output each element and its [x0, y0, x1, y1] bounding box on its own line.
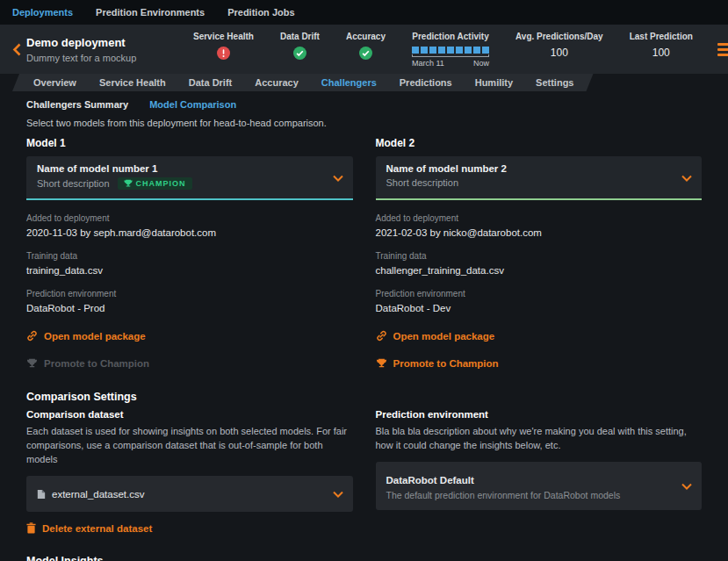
subtab-challengers-summary[interactable]: Challengers Summary: [26, 99, 128, 110]
model1-environment-value: DataRobot - Prod: [26, 303, 353, 313]
model2-added-value: 2021-02-03 by nicko@datarobot.com: [376, 227, 703, 238]
main-content: Select two models from this deployment f…: [0, 118, 728, 561]
stat-last-prediction: Last Prediction 100: [630, 32, 693, 59]
tab-settings[interactable]: Settings: [536, 74, 573, 91]
stat-avg-predictions: Avg. Predictions/Day 100: [515, 32, 603, 59]
delete-external-dataset-label: Delete external dataset: [42, 523, 152, 534]
comparison-settings-grid: Comparison dataset Each dataset is used …: [26, 409, 702, 534]
model1-promote-label: Promote to Champion: [44, 358, 149, 369]
tab-overview[interactable]: Overview: [33, 74, 76, 91]
comparison-dataset-select[interactable]: external_dataset.csv: [26, 476, 353, 512]
intro-text: Select two models from this deployment f…: [26, 118, 702, 128]
back-button[interactable]: [12, 43, 21, 56]
avg-predictions-value: 100: [515, 47, 603, 59]
trophy-icon: [26, 358, 38, 369]
activity-range-bracket: [412, 54, 489, 57]
model1-column: Model 1 Name of model number 1 Short des…: [26, 137, 353, 369]
avg-predictions-label: Avg. Predictions/Day: [515, 32, 603, 41]
deployment-title-block: Demo deployment Dummy text for a mockup: [26, 36, 193, 63]
tab-challengers[interactable]: Challengers: [321, 74, 377, 91]
comparison-settings-section: Comparison Settings Comparison dataset E…: [26, 391, 702, 534]
activity-bar: [447, 47, 454, 54]
comparison-dataset-heading: Comparison dataset: [26, 409, 353, 420]
nav-item-deployments[interactable]: Deployments: [12, 7, 73, 18]
model1-promote-link: Promote to Champion: [26, 358, 353, 369]
model2-heading: Model 2: [376, 137, 703, 149]
chevron-down-icon: [333, 491, 343, 498]
activity-bar: [421, 47, 428, 54]
last-prediction-label: Last Prediction: [630, 32, 693, 41]
service-health-label: Service Health: [193, 32, 254, 41]
tabstrip-row: Overview Service Health Data Drift Accur…: [0, 74, 728, 91]
accuracy-label: Accuracy: [346, 32, 386, 41]
model-insights-section: Model Insights Accuracy Lift Dual Lift P…: [26, 555, 702, 561]
champion-badge: CHAMPION: [118, 177, 192, 190]
chevron-down-icon: [681, 483, 692, 490]
nav-item-prediction-jobs[interactable]: Predition Jobs: [227, 7, 294, 18]
prediction-environment-description: Bla bla bla description about why we're …: [376, 424, 703, 452]
activity-bar: [412, 47, 419, 54]
check-circle-icon: [293, 47, 306, 60]
trash-icon: [26, 522, 36, 534]
nav-item-prediction-environments[interactable]: Predition Environments: [96, 7, 205, 18]
stat-service-health[interactable]: Service Health: [193, 32, 254, 63]
stat-prediction-activity[interactable]: Prediction Activity March 11 Now: [412, 32, 489, 68]
trophy-icon: [124, 179, 133, 188]
challengers-subtabs: Challengers Summary Model Comparison: [26, 99, 728, 110]
tab-accuracy[interactable]: Accuracy: [255, 74, 299, 91]
deployment-page: Deployments Predition Environments Predi…: [0, 0, 728, 561]
delete-external-dataset-link[interactable]: Delete external dataset: [26, 522, 353, 534]
link-icon: [26, 330, 38, 342]
model1-heading: Model 1: [26, 137, 353, 149]
prediction-environment-heading: Prediction environment: [376, 409, 703, 420]
model2-environment-value: DataRobot - Dev: [376, 303, 703, 313]
model2-training-value: challenger_training_data.csv: [376, 265, 703, 276]
activity-bar: [482, 47, 489, 54]
chevron-down-icon: [333, 175, 343, 182]
top-nav: Deployments Predition Environments Predi…: [0, 0, 728, 25]
deployment-tabs: Overview Service Health Data Drift Accur…: [12, 74, 594, 91]
stat-data-drift[interactable]: Data Drift: [280, 32, 320, 63]
model1-training-value: training_data.csv: [26, 265, 353, 276]
tab-data-drift[interactable]: Data Drift: [189, 74, 233, 91]
deployment-subtitle: Dummy text for a mockup: [26, 53, 193, 63]
champion-badge-label: CHAMPION: [136, 179, 186, 188]
link-icon: [376, 330, 387, 342]
prediction-activity-chart: [412, 47, 489, 54]
model1-added-label: Added to deployment: [26, 213, 353, 223]
activity-bar: [456, 47, 463, 54]
activity-bar: [465, 47, 472, 54]
model2-added-label: Added to deployment: [376, 213, 703, 223]
model2-environment-label: Prediction environment: [376, 289, 703, 298]
check-circle-icon: [359, 47, 372, 60]
chevron-down-icon: [681, 175, 692, 182]
comparison-dataset-column: Comparison dataset Each dataset is used …: [26, 409, 353, 534]
activity-bar: [473, 47, 480, 54]
model2-open-package-label: Open model package: [393, 331, 495, 342]
file-icon: [37, 489, 46, 500]
model2-promote-link[interactable]: Promote to Champion: [376, 358, 703, 369]
chevron-left-icon: [12, 43, 21, 56]
model-insights-title: Model Insights: [26, 555, 702, 561]
model2-open-package-link[interactable]: Open model package: [376, 330, 703, 342]
stat-accuracy[interactable]: Accuracy: [346, 32, 386, 63]
model2-training-label: Training data: [376, 251, 703, 261]
model2-column: Model 2 Name of model number 2 Short des…: [376, 137, 703, 369]
subtab-model-comparison[interactable]: Model Comparison: [149, 99, 236, 110]
model1-select[interactable]: Name of model number 1 Short description…: [26, 156, 353, 200]
tab-predictions[interactable]: Predictions: [400, 74, 452, 91]
tab-service-health[interactable]: Service Health: [99, 74, 166, 91]
prediction-environment-column: Prediction environment Bla bla bla descr…: [376, 409, 703, 534]
comparison-dataset-description: Each dataset is used for showing insight…: [26, 424, 353, 466]
tab-humility[interactable]: Humility: [475, 74, 513, 91]
prediction-environment-select[interactable]: DataRobot Default The default prediction…: [376, 462, 703, 510]
model1-open-package-link[interactable]: Open model package: [26, 330, 353, 342]
model-selection-grid: Model 1 Name of model number 1 Short des…: [26, 137, 702, 369]
model2-select[interactable]: Name of model number 2 Short description: [376, 156, 703, 200]
activity-bar: [438, 47, 445, 54]
model1-training-label: Training data: [26, 251, 353, 261]
deployment-header: Demo deployment Dummy text for a mockup …: [0, 25, 728, 74]
hamburger-menu-icon[interactable]: [717, 43, 728, 56]
trophy-icon: [376, 358, 387, 369]
comparison-dataset-value: external_dataset.csv: [52, 489, 144, 500]
